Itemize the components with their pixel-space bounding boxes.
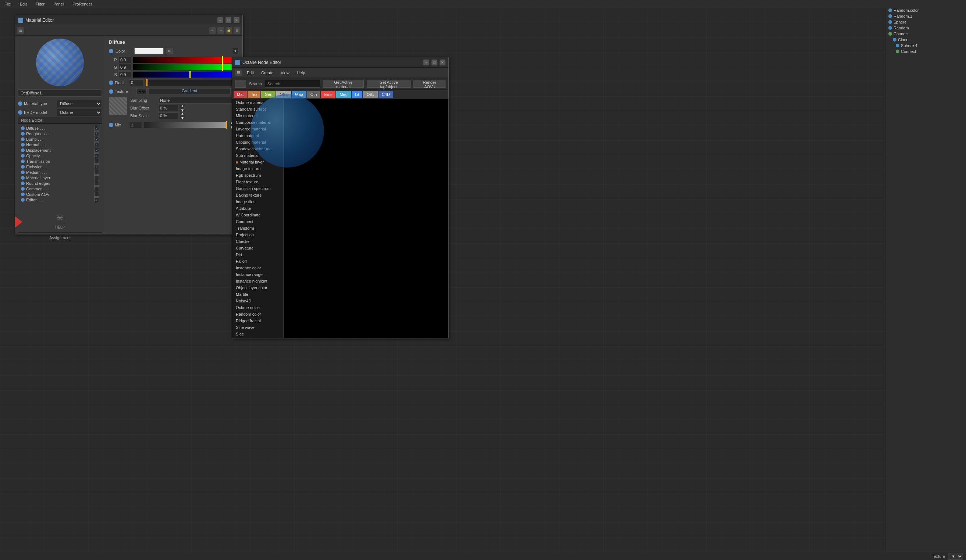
ne-tab-lit[interactable]: Lit: [352, 91, 363, 98]
ne-list-item[interactable]: Falloff: [232, 258, 283, 265]
hamburger-icon[interactable]: ☰: [17, 27, 24, 34]
right-panel-item[interactable]: Cloner: [887, 37, 964, 43]
r-channel-bar[interactable]: [133, 57, 232, 63]
maximize-button[interactable]: □: [225, 17, 232, 23]
node-prop-checkbox[interactable]: [94, 137, 99, 141]
ne-menu-create[interactable]: Create: [259, 70, 276, 76]
lock-button[interactable]: 🔒: [225, 27, 232, 34]
ne-list-item[interactable]: Instance highlight: [232, 278, 283, 285]
close-button[interactable]: ✕: [233, 17, 240, 23]
node-prop-checkbox[interactable]: [94, 148, 99, 152]
ne-list-item[interactable]: Side: [232, 331, 283, 337]
ne-maximize-button[interactable]: □: [432, 59, 437, 65]
ne-list-item[interactable]: Attribute: [232, 205, 283, 212]
brdf-model-select[interactable]: Octane: [57, 109, 102, 116]
node-prop-checkbox[interactable]: [94, 131, 99, 136]
right-panel-item[interactable]: Random.color: [887, 7, 964, 13]
ne-tab-mat[interactable]: Mat: [233, 91, 247, 98]
texture-name-button[interactable]: Gradient: [148, 88, 231, 95]
float-bar[interactable]: [145, 79, 232, 86]
ne-menu-view[interactable]: View: [278, 70, 292, 76]
node-prop-checkbox[interactable]: [94, 175, 99, 180]
forward-button[interactable]: →: [217, 27, 224, 34]
render-aovs-button[interactable]: Render AOVs: [414, 80, 445, 88]
node-prop-checkbox[interactable]: [94, 186, 99, 191]
b-value-input[interactable]: [118, 71, 131, 78]
ne-list-item[interactable]: Object layer color: [232, 285, 283, 291]
ne-search-input[interactable]: [265, 80, 320, 88]
ne-tab-oth[interactable]: Oth: [307, 91, 320, 98]
blur-offset-spinner[interactable]: ▲▼: [180, 105, 185, 111]
ne-list-item[interactable]: Curvature: [232, 245, 283, 251]
color-swatch[interactable]: [134, 48, 164, 54]
back-button[interactable]: ←: [209, 27, 216, 34]
ne-tab-tex[interactable]: Tex: [248, 91, 260, 98]
ne-menu-edit[interactable]: Edit: [245, 70, 256, 76]
minimize-button[interactable]: −: [217, 17, 223, 23]
texture-status-dropdown[interactable]: ▼: [948, 553, 963, 560]
node-prop-checkbox[interactable]: [94, 126, 99, 131]
ne-close-button[interactable]: ✕: [440, 59, 445, 65]
node-prop-checkbox[interactable]: [94, 153, 99, 158]
ne-tab-obj[interactable]: OBJ: [363, 91, 378, 98]
ne-list-item[interactable]: Float texture: [232, 178, 283, 185]
menu-edit[interactable]: Edit: [18, 1, 28, 7]
g-value-input[interactable]: [118, 64, 131, 70]
mix-value-input[interactable]: [129, 122, 142, 128]
ne-list-item[interactable]: Image tiles: [232, 198, 283, 205]
b-channel-bar[interactable]: [133, 71, 232, 78]
right-panel-item[interactable]: Connect: [887, 49, 964, 54]
ne-list-item[interactable]: Instance color: [232, 265, 283, 271]
node-prop-checkbox[interactable]: [94, 170, 99, 175]
mix-bar[interactable]: [143, 122, 228, 128]
eyedropper-button[interactable]: ✏: [166, 48, 172, 54]
get-active-tag-button[interactable]: Get Active tag/object: [367, 80, 411, 88]
g-channel-bar[interactable]: [133, 64, 232, 70]
blur-scale-spinner[interactable]: ▲▼: [180, 113, 185, 119]
material-name-input[interactable]: [18, 89, 102, 97]
r-value-input[interactable]: [118, 57, 131, 63]
ne-list-item[interactable]: Baking texture: [232, 192, 283, 198]
ne-list-item[interactable]: Gaussian spectrum: [232, 185, 283, 192]
ne-list-item[interactable]: Marble: [232, 291, 283, 298]
ne-list-item[interactable]: Sine wave: [232, 324, 283, 331]
ne-tab-c4d[interactable]: C4D: [378, 91, 393, 98]
node-prop-checkbox[interactable]: [94, 192, 99, 196]
ne-list-item[interactable]: Noise4D: [232, 298, 283, 304]
right-panel-item[interactable]: Sphere.4: [887, 43, 964, 49]
ne-list-item[interactable]: W Coordinate: [232, 212, 283, 218]
right-panel-item[interactable]: Random.1: [887, 13, 964, 19]
ne-list-item[interactable]: Image texture: [232, 165, 283, 172]
ne-list-item[interactable]: Ridged fractal: [232, 318, 283, 324]
right-panel-item[interactable]: Random: [887, 25, 964, 31]
ne-hamburger-icon[interactable]: ☰: [235, 69, 242, 76]
ne-minimize-button[interactable]: −: [424, 59, 429, 65]
texture-type-select[interactable]: ▼: [136, 88, 147, 95]
ne-list-item[interactable]: Turbulence: [232, 337, 283, 338]
ne-list-item[interactable]: Rgb spectrum: [232, 172, 283, 178]
node-prop-checkbox[interactable]: [94, 142, 99, 147]
ne-tab-ems[interactable]: Ems: [321, 91, 335, 98]
right-panel-item[interactable]: Connect: [887, 31, 964, 37]
right-panel-item[interactable]: Sphere: [887, 19, 964, 25]
blur-scale-input[interactable]: [158, 113, 178, 119]
node-prop-checkbox[interactable]: [94, 181, 99, 185]
node-prop-checkbox[interactable]: [94, 197, 99, 202]
menu-filter[interactable]: Filter: [34, 1, 46, 7]
get-active-material-button[interactable]: Get Active material: [323, 80, 364, 88]
ne-list-item[interactable]: Dirt: [232, 251, 283, 258]
ne-list-item[interactable]: Random color: [232, 311, 283, 318]
blur-offset-input[interactable]: [158, 105, 178, 111]
ne-menu-help[interactable]: Help: [295, 70, 307, 76]
expand-button[interactable]: ⊞: [233, 27, 240, 34]
sampling-select[interactable]: None: [158, 97, 239, 104]
ne-list-item[interactable]: Octane noise: [232, 304, 283, 311]
node-prop-checkbox[interactable]: [94, 159, 99, 164]
menu-file[interactable]: File: [3, 1, 13, 7]
menu-panel[interactable]: Panel: [52, 1, 65, 7]
node-prop-checkbox[interactable]: [94, 164, 99, 169]
ne-list-item[interactable]: Instance range: [232, 271, 283, 278]
ne-list-item[interactable]: Transform: [232, 225, 283, 231]
material-type-select[interactable]: Diffuse: [57, 100, 102, 107]
float-input[interactable]: [129, 79, 144, 86]
